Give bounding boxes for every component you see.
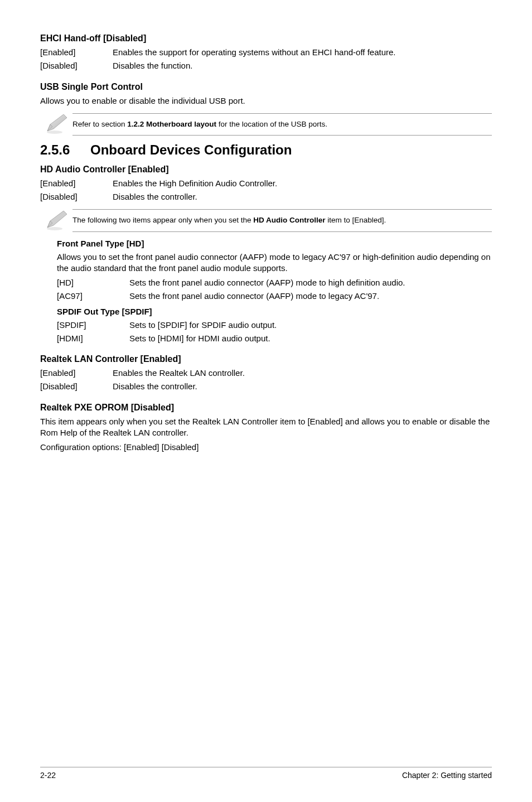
svg-point-3 [47, 227, 62, 230]
note2-bold: HD Audio Controller [253, 216, 325, 224]
row-key: [SPDIF] [57, 320, 129, 331]
spdif-row-hdmi: [HDMI] Sets to [HDMI] for HDMI audio out… [57, 333, 492, 344]
realtek-lan-row-disabled: [Disabled] Disables the controller. [40, 381, 492, 392]
pencil-note-icon [45, 114, 68, 134]
hd-audio-row-enabled: [Enabled] Enables the High Definition Au… [40, 178, 492, 189]
row-key: [Enabled] [40, 47, 113, 58]
front-panel-title: Front Panel Type [HD] [57, 239, 492, 248]
section-title: Onboard Devices Configuration [90, 142, 292, 157]
front-panel-row-hd: [HD] Sets the front panel audio connecto… [57, 277, 492, 288]
ehci-row-disabled: [Disabled] Disables the function. [40, 60, 492, 71]
row-val: Disables the controller. [113, 191, 492, 202]
realtek-pxe-desc1: This item appears only when you set the … [40, 416, 492, 439]
page-number: 2-22 [40, 771, 56, 780]
realtek-pxe-desc2: Configuration options: [Enabled] [Disabl… [40, 442, 492, 453]
chapter-label: Chapter 2: Getting started [402, 771, 492, 780]
note-block-1: Refer to section 1.2.2 Motherboard layou… [40, 113, 492, 136]
row-key: [Enabled] [40, 368, 113, 379]
ehci-title: EHCI Hand-off [Disabled] [40, 33, 492, 44]
row-key: [Disabled] [40, 60, 113, 71]
row-val: Sets to [HDMI] for HDMI audio output. [129, 333, 492, 344]
pencil-note-icon [45, 211, 68, 231]
row-val: Enables the support for operating system… [113, 47, 492, 58]
note-text: Refer to section 1.2.2 Motherboard layou… [72, 113, 492, 136]
row-val: Sets the front panel audio connector (AA… [129, 277, 492, 288]
realtek-lan-row-enabled: [Enabled] Enables the Realtek LAN contro… [40, 368, 492, 379]
realtek-lan-title: Realtek LAN Controller [Enabled] [40, 354, 492, 364]
front-panel-desc: Allows you to set the front panel audio … [57, 252, 492, 274]
indented-block: Front Panel Type [HD] Allows you to set … [57, 239, 492, 345]
row-key: [HDMI] [57, 333, 129, 344]
row-key: [Disabled] [40, 381, 113, 392]
usb-single-title: USB Single Port Control [40, 82, 492, 92]
spdif-title: SPDIF Out Type [SPDIF] [57, 307, 492, 316]
row-val: Sets to [SPDIF] for SPDIF audio output. [129, 320, 492, 331]
page-footer: 2-22 Chapter 2: Getting started [40, 767, 492, 780]
note2-prefix: The following two items appear only when… [72, 216, 253, 224]
usb-single-desc: Allows you to enable or disable the indi… [40, 95, 492, 107]
section-heading: 2.5.6Onboard Devices Configuration [40, 142, 492, 158]
row-key: [AC97] [57, 291, 129, 302]
row-val: Disables the controller. [113, 381, 492, 392]
note-block-2: The following two items appear only when… [40, 209, 492, 231]
svg-point-0 [47, 131, 62, 134]
section-num: 2.5.6 [40, 142, 90, 158]
row-val: Enables the Realtek LAN controller. [113, 368, 492, 379]
row-key: [Enabled] [40, 178, 113, 189]
row-key: [HD] [57, 277, 129, 288]
note-text: The following two items appear only when… [72, 209, 492, 231]
row-val: Enables the High Definition Audio Contro… [113, 178, 492, 189]
note1-suffix: for the location of the USB ports. [216, 120, 327, 128]
note2-suffix: item to [Enabled]. [325, 216, 386, 224]
ehci-row-enabled: [Enabled] Enables the support for operat… [40, 47, 492, 58]
row-val: Disables the function. [113, 60, 492, 71]
note1-bold: 1.2.2 Motherboard layout [127, 120, 216, 128]
note-icon-col [40, 114, 72, 134]
row-key: [Disabled] [40, 191, 113, 202]
row-val: Sets the front panel audio connector (AA… [129, 291, 492, 302]
hd-audio-title: HD Audio Controller [Enabled] [40, 165, 492, 175]
spdif-row-spdif: [SPDIF] Sets to [SPDIF] for SPDIF audio … [57, 320, 492, 331]
front-panel-row-ac97: [AC97] Sets the front panel audio connec… [57, 291, 492, 302]
realtek-pxe-title: Realtek PXE OPROM [Disabled] [40, 403, 492, 413]
note-icon-col [40, 211, 72, 231]
hd-audio-row-disabled: [Disabled] Disables the controller. [40, 191, 492, 202]
note1-prefix: Refer to section [72, 120, 127, 128]
